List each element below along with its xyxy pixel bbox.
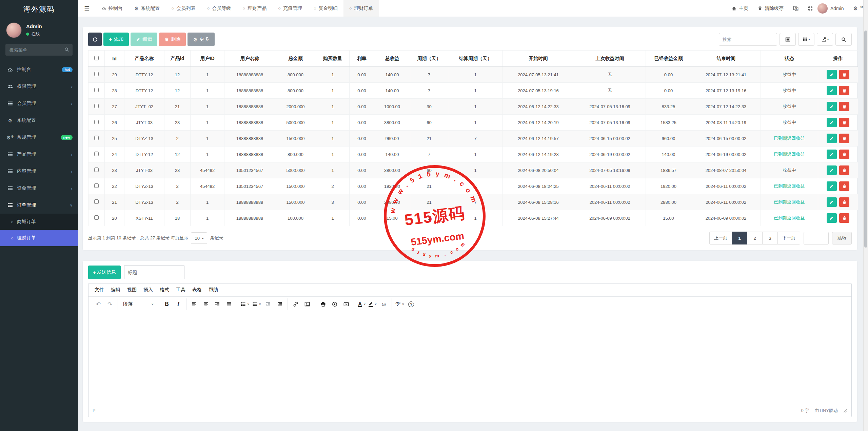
add-button[interactable]: +添加 [103,33,129,46]
row-checkbox[interactable] [94,136,99,140]
clear-cache-link[interactable]: 清除缓存 [753,0,788,17]
page-size-select[interactable]: 10▴ [191,232,207,244]
row-checkbox[interactable] [94,104,99,108]
menu-table[interactable]: 表格 [189,285,205,295]
menu-insert[interactable]: 插入 [140,285,156,295]
tab-finance-orders[interactable]: ○理财订单 [343,0,379,17]
hamburger-menu-icon[interactable]: ☰ [78,0,96,17]
export-button[interactable]: ▾ [817,33,833,46]
tab-member-list[interactable]: ○会员列表 [166,0,201,17]
sidebar-item-products[interactable]: 产品管理 ‹ [0,146,78,163]
row-checkbox[interactable] [94,168,99,172]
menu-help[interactable]: 帮助 [205,285,221,295]
delete-row-button[interactable] [839,150,849,159]
delete-row-button[interactable] [839,86,849,95]
prev-page-button[interactable]: 上一页 [709,232,732,244]
align-center-icon[interactable] [200,298,212,310]
column-header-rate[interactable]: 利率 [350,51,374,67]
edit-row-button[interactable] [827,102,837,111]
column-header-buy-qty[interactable]: 购买数量 [316,51,350,67]
sidebar-item-orders[interactable]: 订单管理 ∨ [0,197,78,214]
navbar-avatar[interactable] [817,3,828,14]
delete-row-button[interactable] [839,181,849,191]
bold-icon[interactable]: B [161,298,173,310]
column-header-status[interactable]: 状态 [761,51,818,67]
sidebar-item-members[interactable]: 会员管理 ‹ [0,95,78,112]
delete-row-button[interactable] [839,213,849,223]
numbered-list-icon[interactable]: ∨ [251,298,263,310]
table-row[interactable]: 24 DTTY-12 12 1 18888888888 800.000 1 0.… [88,146,858,162]
column-header-start-time[interactable]: 开始时间 [503,51,574,67]
sidebar-item-permissions[interactable]: 权限管理 ‹ [0,78,78,95]
column-header-user-name[interactable]: 用户名称 [224,51,275,67]
sidebar-item-mall-orders[interactable]: ○ 商城订单 [0,214,78,230]
align-right-icon[interactable] [212,298,223,310]
align-justify-icon[interactable] [223,298,235,310]
row-checkbox[interactable] [94,120,99,124]
table-row[interactable]: 22 DTYZ-13 2 454492 13501234567 1500.000… [88,178,858,194]
admin-menu[interactable]: Admin [830,0,849,17]
tab-finance-products[interactable]: ○理财产品 [237,0,272,17]
table-row[interactable]: 29 DTTY-12 12 1 18888888888 800.000 1 0.… [88,67,858,83]
sidebar-item-system-config[interactable]: ⚙ 系统配置 [0,112,78,129]
table-row[interactable]: 21 DTYZ-13 2 1 18888888888 1500.000 3 0.… [88,194,858,210]
sidebar-item-dashboard[interactable]: 控制台 hot [0,61,78,78]
edit-row-button[interactable] [827,165,837,175]
edit-row-button[interactable] [827,213,837,223]
delete-row-button[interactable] [839,70,849,79]
align-left-icon[interactable] [189,298,200,310]
table-row[interactable]: 27 JTYT -02 21 1 18888888888 2000.000 1 … [88,99,858,115]
fullscreen-button[interactable] [803,0,817,17]
translate-button[interactable] [788,0,803,17]
delete-row-button[interactable] [839,102,849,111]
text-color-icon[interactable]: A∨ [356,298,367,310]
menu-format[interactable]: 格式 [156,285,173,295]
delete-button[interactable]: 删除 [159,33,186,46]
sidebar-search-input[interactable] [5,44,73,56]
send-message-button[interactable]: +发送信息 [88,266,121,279]
image-icon[interactable] [301,298,313,310]
edit-row-button[interactable] [827,150,837,159]
paragraph-select[interactable]: 段落∨ [120,298,157,310]
title-input[interactable] [124,266,184,279]
detail-view-button[interactable] [780,33,796,46]
spellcheck-icon[interactable]: ABC✓∨ [394,298,406,310]
column-header-earned-amount[interactable]: 已经收益金额 [646,51,691,67]
edit-row-button[interactable] [827,118,837,127]
redo-icon[interactable]: ↷ [104,298,116,310]
column-header-user-id[interactable]: 用户ID [191,51,224,67]
select-all-checkbox[interactable] [94,56,99,60]
preview-icon[interactable] [329,298,340,310]
next-page-button[interactable]: 下一页 [777,232,800,244]
table-row[interactable]: 23 JTYT-03 23 454492 13501234567 5000.00… [88,162,858,178]
edit-row-button[interactable] [827,86,837,95]
sidebar-item-content[interactable]: 内容管理 ‹ [0,163,78,180]
page-button-1[interactable]: 1 [732,232,747,244]
column-header-settle-cycle[interactable]: 结算周期（天） [448,51,503,67]
help-icon[interactable]: ? [406,298,417,310]
jump-page-input[interactable] [804,232,829,244]
column-header-total-profit[interactable]: 总收益 [374,51,410,67]
bullet-list-icon[interactable]: ∨ [239,298,251,310]
table-row[interactable]: 26 JTYT-03 23 1 18888888888 5000.000 1 0… [88,115,858,131]
tab-member-level[interactable]: ○会员等级 [201,0,237,17]
table-row[interactable]: 25 DTYZ-13 2 1 18888888888 1500.000 1 0.… [88,131,858,146]
delete-row-button[interactable] [839,197,849,207]
menu-file[interactable]: 文件 [91,285,107,295]
edit-button[interactable]: 编辑 [131,33,157,46]
search-toggle-button[interactable] [835,33,852,46]
table-row[interactable]: 20 XSTY-11 18 1 18888888888 100.000 1 0.… [88,210,858,226]
undo-icon[interactable]: ↶ [93,298,104,310]
edit-row-button[interactable] [827,134,837,143]
row-checkbox[interactable] [94,72,99,76]
row-checkbox[interactable] [94,183,99,188]
home-link[interactable]: 主页 [727,0,753,17]
table-row[interactable]: 28 DTTY-12 12 1 18888888888 800.000 1 0.… [88,83,858,99]
page-scrollbar[interactable] [863,0,868,431]
column-header-cycle[interactable]: 周期（天） [410,51,448,67]
column-header-end-time[interactable]: 结束时间 [691,51,761,67]
search-icon[interactable] [64,47,69,52]
tab-system-config[interactable]: ⚙系统配置 [129,0,166,17]
page-button-2[interactable]: 2 [747,232,763,244]
sidebar-item-finance-orders[interactable]: ○ 理财订单 [0,230,78,246]
